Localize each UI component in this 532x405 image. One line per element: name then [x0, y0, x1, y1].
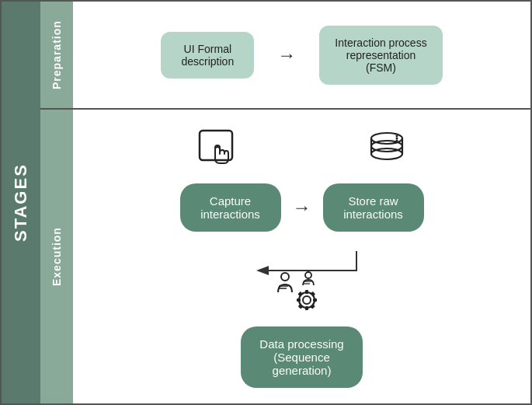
interaction-process-box: Interaction process representation (FSM) — [319, 26, 442, 85]
exec-boxes-row: Capture interactions Store raw interacti… — [89, 183, 515, 232]
main-content: Preparation UI Formal description Intera… — [40, 2, 530, 403]
svg-rect-16 — [310, 292, 315, 296]
prep-arrow — [277, 44, 296, 66]
stages-label-column: STAGES — [2, 2, 40, 403]
execution-content: Capture interactions Store raw interacti… — [73, 110, 530, 403]
exec-top-spacer — [280, 160, 327, 176]
svg-rect-12 — [305, 306, 308, 310]
svg-rect-11 — [305, 290, 308, 294]
ui-formal-description-box: UI Formal description — [161, 32, 254, 79]
svg-point-10 — [303, 296, 311, 304]
gear-process-icon — [274, 271, 330, 317]
svg-rect-15 — [297, 292, 302, 296]
svg-rect-14 — [313, 299, 317, 302]
data-processing-section: Data processing (Sequence generation) — [241, 271, 362, 388]
execution-label: Execution — [40, 110, 73, 403]
touch-icon-container — [195, 125, 242, 176]
svg-point-8 — [396, 140, 398, 142]
capture-interactions-box: Capture interactions — [180, 183, 281, 232]
capture-item — [195, 125, 242, 176]
svg-point-19 — [281, 273, 289, 281]
db-icon-container — [366, 125, 409, 176]
data-processing-box: Data processing (Sequence generation) — [241, 326, 362, 388]
exec-arrow — [293, 197, 311, 218]
execution-row: Execution — [40, 110, 530, 403]
svg-point-22 — [305, 272, 311, 278]
svg-rect-13 — [297, 299, 301, 302]
stages-label: STAGES — [2, 2, 40, 403]
svg-point-6 — [396, 135, 398, 138]
gear-icon-container — [274, 271, 330, 320]
preparation-row: Preparation UI Formal description Intera… — [40, 2, 530, 110]
exec-bottom: Data processing (Sequence generation) — [89, 243, 515, 388]
store-raw-interactions-box: Store raw interactions — [323, 183, 424, 232]
store-item — [366, 125, 409, 176]
database-icon — [366, 131, 409, 176]
svg-point-5 — [371, 141, 402, 152]
touch-icon — [195, 127, 242, 176]
preparation-content: UI Formal description Interaction proces… — [73, 2, 530, 108]
diagram-container: STAGES Preparation UI Formal description… — [0, 0, 532, 405]
exec-icons-row — [89, 125, 515, 176]
preparation-label: Preparation — [40, 2, 73, 108]
svg-rect-18 — [310, 304, 315, 309]
svg-point-7 — [396, 138, 398, 140]
svg-rect-17 — [297, 304, 302, 309]
